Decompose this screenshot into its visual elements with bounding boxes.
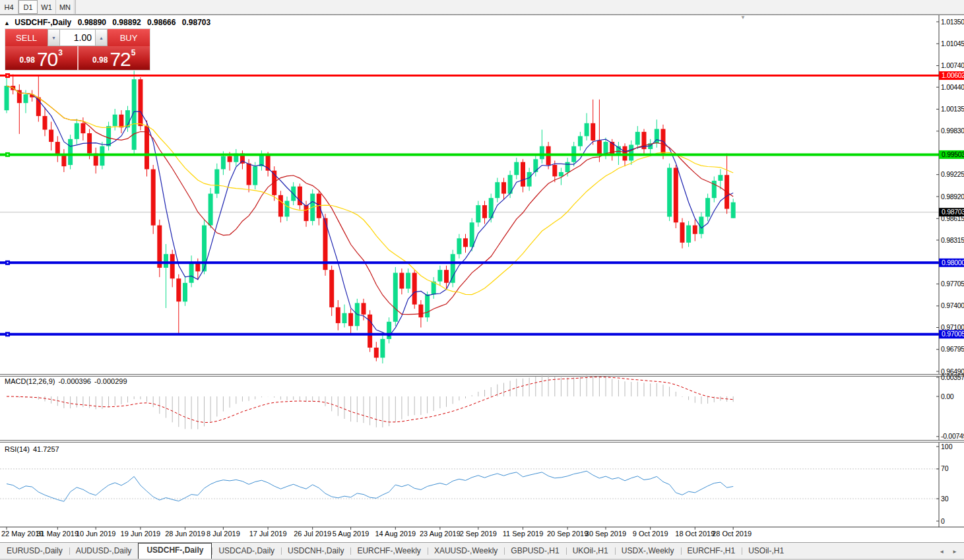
chart-canvas[interactable]: 1.013501.010451.007401.004401.001350.998… [0, 0, 964, 560]
svg-text:19 Jun 2019: 19 Jun 2019 [121, 530, 161, 538]
timeframe-mn-button[interactable]: MN [56, 0, 75, 14]
macd-axis-label: 0.00 [941, 392, 954, 400]
candles [5, 71, 736, 363]
svg-text:28 Jun 2019: 28 Jun 2019 [165, 530, 205, 538]
buy-button[interactable]: BUY [108, 29, 150, 46]
candle [61, 155, 66, 166]
candle [24, 94, 28, 103]
tab-usdcnh-daily[interactable]: USDCNH-,Daily [281, 544, 350, 559]
svg-text:9 Oct 2019: 9 Oct 2019 [633, 530, 668, 538]
candle [667, 168, 672, 216]
open-value: 0.98890 [78, 18, 106, 27]
candle [705, 198, 710, 216]
buy-price-button[interactable]: 0.98 72 5 [79, 46, 150, 70]
svg-text:5 Aug 2019: 5 Aug 2019 [333, 530, 370, 538]
svg-text:0.98920: 0.98920 [941, 193, 964, 201]
svg-text:0.97005: 0.97005 [942, 330, 964, 338]
candle [451, 254, 455, 283]
svg-text:18 Oct 2019: 18 Oct 2019 [675, 530, 715, 538]
rsi-name: RSI(14) [5, 445, 30, 453]
timeframe-w1-button[interactable]: W1 [38, 0, 56, 14]
candle [285, 201, 290, 217]
timeframe-h4-button[interactable]: H4 [0, 0, 18, 14]
candle [437, 270, 442, 281]
tab-usdchf-daily[interactable]: USDCHF-,Daily [138, 543, 212, 559]
timeframe-d1-button[interactable]: D1 [18, 0, 38, 14]
candle [170, 254, 175, 278]
buy-price-point: 5 [131, 48, 136, 57]
toolbar-separator [75, 0, 76, 14]
candle [80, 123, 85, 133]
sell-price-button[interactable]: 0.98 70 3 [5, 46, 77, 70]
date-axis-labels: 22 May 201931 May 201910 Jun 201919 Jun … [1, 527, 752, 538]
tab-eurchf-h1[interactable]: EURCHF-,H1 [681, 544, 742, 559]
candle [482, 205, 487, 218]
candle [731, 202, 736, 218]
candle [228, 156, 232, 162]
rsi-panel-label: RSI(14)41.7257 [5, 445, 63, 453]
candle [348, 313, 353, 327]
candle [253, 166, 257, 185]
volume-input[interactable]: 1.00 [60, 29, 95, 46]
candle [329, 270, 334, 307]
candle [189, 263, 194, 283]
timeframe-toolbar: H4 D1 W1 MN [0, 0, 964, 15]
tab-xauusd-weekly[interactable]: XAUUSD-,Weekly [428, 544, 504, 559]
svg-text:1.01045: 1.01045 [941, 40, 964, 47]
sell-button[interactable]: SELL [5, 29, 48, 46]
candle [476, 205, 480, 222]
candle [55, 142, 60, 155]
volume-decrease-icon[interactable]: ▼ [48, 29, 60, 46]
tab-scroll-left-icon[interactable]: ◄ [939, 549, 944, 555]
tab-gbpusd-h1[interactable]: GBPUSD-,H1 [504, 544, 565, 559]
candle [342, 313, 347, 323]
tab-eurchf-weekly[interactable]: EURCHF-,Weekly [350, 544, 427, 559]
sell-price-pips: 70 [37, 51, 57, 67]
tab-eurusd-daily[interactable]: EURUSD-,Daily [0, 544, 69, 559]
rsi-axis-label: 0 [941, 517, 945, 525]
close-value: 0.98703 [182, 18, 210, 27]
candle [5, 86, 9, 110]
low-value: 0.98666 [147, 18, 176, 27]
candle [183, 283, 187, 301]
candle [406, 273, 410, 289]
window-collapse-handle-icon[interactable]: ▼ [740, 15, 746, 20]
candle [718, 175, 723, 181]
candle [399, 273, 404, 289]
svg-text:10 Jun 2019: 10 Jun 2019 [76, 530, 116, 538]
candle [151, 170, 156, 226]
candle [374, 348, 379, 358]
candle [635, 132, 640, 145]
candle [629, 145, 633, 161]
tab-usdcad-daily[interactable]: USDCAD-,Daily [212, 544, 281, 559]
svg-text:14 Aug 2019: 14 Aug 2019 [375, 530, 416, 538]
collapse-icon[interactable]: ▲ [4, 20, 10, 26]
volume-increase-icon[interactable]: ▲ [95, 29, 108, 46]
tab-scroll-right-icon[interactable]: ► [952, 549, 957, 555]
candle [470, 222, 474, 247]
candle [457, 238, 461, 254]
svg-text:1.00135: 1.00135 [941, 105, 964, 113]
candle [591, 123, 595, 140]
candle [686, 226, 691, 243]
rsi-axis-label: 30 [941, 495, 949, 503]
svg-text:11 Sep 2019: 11 Sep 2019 [503, 530, 544, 538]
tab-ukoil-h1[interactable]: UKOil-,H1 [566, 544, 615, 559]
candle [49, 130, 53, 142]
candle [68, 139, 73, 165]
tab-usdx-weekly[interactable]: USDX-,Weekly [615, 544, 681, 559]
candle [214, 170, 219, 194]
svg-text:30 Sep 2019: 30 Sep 2019 [585, 530, 626, 538]
rsi-axis-label: 100 [941, 443, 953, 451]
candle [412, 273, 417, 305]
candle [418, 305, 423, 318]
buy-price-pips: 72 [110, 51, 130, 67]
tab-usoil-h1[interactable]: USOil-,H1 [742, 544, 790, 559]
candle [380, 339, 385, 358]
svg-text:0.98315: 0.98315 [941, 236, 964, 244]
rsi-line [7, 471, 733, 501]
svg-text:0.98703: 0.98703 [942, 208, 964, 216]
candle [43, 116, 48, 130]
tab-audusd-daily[interactable]: AUDUSD-,Daily [69, 544, 139, 559]
svg-text:0.99503: 0.99503 [942, 150, 964, 158]
